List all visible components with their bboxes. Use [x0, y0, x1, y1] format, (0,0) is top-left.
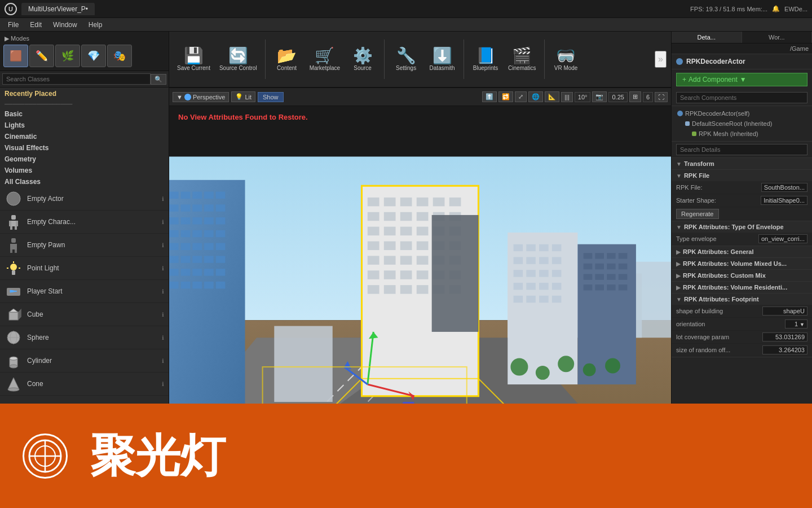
source-control-button[interactable]: 🔄 Source Control [216, 46, 261, 73]
mode-geometry[interactable]: 💎 [81, 45, 106, 67]
orientation-value[interactable]: 1 ▼ [785, 319, 807, 329]
general-section-header[interactable]: ▶ RPK Attributes: General [672, 246, 812, 257]
category-recently-placed[interactable]: Recently Placed [0, 87, 169, 100]
actor-item-cone[interactable]: Cone ℹ [0, 373, 169, 396]
actor-name-cube: Cube [27, 310, 162, 318]
right-tab-world[interactable]: Wor... [742, 32, 813, 43]
regenerate-button[interactable]: Regenerate [676, 209, 719, 219]
category-basic[interactable]: Basic [0, 108, 169, 120]
category-all-classes[interactable]: All Classes [0, 176, 169, 187]
world-local-toggle[interactable]: 🌐 [528, 91, 543, 102]
menu-edit[interactable]: Edit [24, 20, 47, 30]
volume-mixed-section-header[interactable]: ▶ RPK Attributes: Volume Mixed Us... [672, 258, 812, 269]
tab-title[interactable]: MultiUserViewer_P• [21, 3, 95, 15]
shape-of-building-value[interactable]: shapeU [762, 306, 807, 316]
grid-value[interactable]: 6 [643, 92, 653, 102]
lit-dropdown[interactable]: 💡 Lit [231, 91, 255, 102]
grid-tool[interactable]: ⊞ [629, 91, 641, 102]
actor-info-player-start[interactable]: ℹ [162, 288, 164, 295]
source-button[interactable]: ⚙️ Source [346, 46, 379, 73]
scale-tool[interactable]: ⤢ [515, 91, 527, 102]
custom-mix-section-header[interactable]: ▶ RPK Attributes: Custom Mix [672, 270, 812, 281]
cinematics-button[interactable]: 🎬 Cinematics [505, 46, 539, 73]
category-volumes[interactable]: Volumes [0, 165, 169, 176]
category-geometry[interactable]: Geometry [0, 154, 169, 165]
type-envelope-prop-value[interactable]: on_view_corri... [758, 234, 807, 243]
show-button[interactable]: Show [258, 92, 284, 102]
comp-rpkdecoderactor[interactable]: RPKDecoderActor(self) [674, 108, 810, 119]
type-envelope-section-header[interactable]: ▼ RPK Attributes: Type Of Envelope [672, 221, 812, 233]
starter-shape-prop-value[interactable]: InitialShape0... [761, 196, 807, 205]
svg-rect-161 [595, 253, 604, 259]
translate-tool[interactable]: ⬆️ [482, 91, 497, 102]
snap-tool[interactable]: 📐 [545, 91, 559, 102]
notification-icon[interactable]: 🔔 [772, 5, 780, 12]
menu-file[interactable]: File [2, 20, 24, 30]
rpk-file-prop-value[interactable]: SouthBoston... [761, 183, 807, 192]
add-component-button[interactable]: + Add Component ▼ [676, 73, 807, 86]
actor-item-player-start[interactable]: Player Start ℹ [0, 280, 169, 303]
actor-item-point-light[interactable]: Point Light ℹ [0, 257, 169, 280]
actor-info-sphere[interactable]: ℹ [162, 335, 164, 341]
search-button[interactable]: 🔍 [151, 74, 166, 85]
size-random-value[interactable]: 3.264203 [762, 345, 807, 354]
category-lights[interactable]: Lights [0, 120, 169, 131]
maximize-viewport-button[interactable]: ⛶ [655, 92, 668, 102]
mode-place[interactable]: 🟫 [3, 45, 28, 67]
volume-residential-section-header[interactable]: ▶ RPK Attributes: Volume Residenti... [672, 282, 812, 293]
transform-section-header[interactable]: ▼ Transform [672, 158, 812, 169]
menu-help[interactable]: Help [83, 20, 108, 30]
component-search-input[interactable] [676, 92, 807, 103]
actor-item-empty-character[interactable]: Empty Charac... ℹ [0, 211, 169, 234]
mode-landscape[interactable]: 🎭 [107, 45, 132, 67]
datasmith-button[interactable]: ⬇️ Datasmith [425, 46, 459, 73]
svg-point-29 [8, 388, 19, 391]
snap-value[interactable]: 0.25 [608, 92, 627, 102]
detail-search-input[interactable] [676, 144, 807, 155]
vr-mode-button[interactable]: 🥽 VR Mode [549, 46, 583, 73]
comp-defaultsceneroot[interactable]: DefaultSceneRoot (Inherited) [674, 119, 810, 129]
mode-foliage[interactable]: 🌿 [55, 45, 80, 67]
lot-coverage-value[interactable]: 53.031269 [762, 332, 807, 341]
blueprints-button[interactable]: 📘 Blueprints [469, 46, 502, 73]
actor-info-cube[interactable]: ℹ [162, 312, 164, 318]
svg-rect-65 [181, 230, 191, 237]
actor-info-empty-pawn[interactable]: ℹ [162, 242, 164, 248]
rotate-tool[interactable]: 🔁 [498, 91, 513, 102]
save-current-button[interactable]: 💾 Save Current [174, 46, 214, 73]
category-visual-effects[interactable]: Visual Effects [0, 142, 169, 154]
actor-info-empty-actor[interactable]: ℹ [162, 196, 164, 202]
actor-info-empty-character[interactable]: ℹ [162, 219, 164, 225]
orientation-label: orientation [676, 321, 785, 327]
svg-rect-90 [192, 282, 202, 288]
angle-value[interactable]: 10° [575, 92, 591, 102]
camera-tool[interactable]: 📷 [592, 91, 607, 102]
settings-button[interactable]: 🔧 Settings [389, 46, 423, 73]
actor-item-empty-actor[interactable]: Empty Actor ℹ [0, 187, 169, 211]
actor-info-point-light[interactable]: ℹ [162, 265, 164, 271]
actor-item-empty-pawn[interactable]: Empty Pawn ℹ [0, 234, 169, 257]
comp-rpkmesh[interactable]: RPK Mesh (Inherited) [674, 129, 810, 139]
category-cinematic[interactable]: Cinematic [0, 131, 169, 142]
svg-marker-21 [18, 309, 21, 320]
rpk-file-section-header[interactable]: ▼ RPK File [672, 170, 812, 181]
mode-paint[interactable]: ✏️ [29, 45, 54, 67]
svg-rect-50 [216, 192, 226, 199]
menu-window[interactable]: Window [47, 20, 83, 30]
perspective-dropdown[interactable]: ▼ Perspective [173, 92, 229, 102]
right-tab-details[interactable]: Deta... [672, 32, 742, 43]
expand-toolbar-button[interactable]: » [655, 51, 667, 68]
snap-toggle[interactable]: ||| [561, 92, 573, 102]
actor-item-cube[interactable]: Cube ℹ [0, 303, 169, 326]
svg-rect-16 [12, 270, 15, 275]
search-input[interactable] [2, 73, 151, 85]
blueprints-label: Blueprints [473, 65, 498, 71]
actor-item-sphere[interactable]: Sphere ℹ [0, 326, 169, 349]
footprint-section-header[interactable]: ▼ RPK Attributes: Footprint [672, 294, 812, 305]
marketplace-button[interactable]: 🛒 Marketplace [306, 46, 343, 73]
actor-info-cylinder[interactable]: ℹ [162, 358, 164, 364]
actor-info-cone[interactable]: ℹ [162, 381, 164, 387]
cinematics-label: Cinematics [508, 65, 536, 71]
actor-item-cylinder[interactable]: Cylinder ℹ [0, 349, 169, 373]
content-button[interactable]: 📂 Content [270, 46, 304, 73]
